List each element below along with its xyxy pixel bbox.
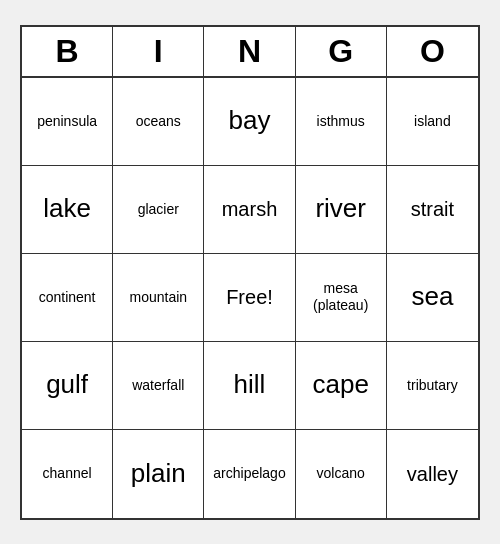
cell-text: sea — [411, 281, 453, 312]
cell-text: glacier — [138, 201, 179, 218]
bingo-card: BINGO peninsulaoceansbayisthmusislandlak… — [20, 25, 480, 520]
bingo-header: BINGO — [22, 27, 478, 78]
bingo-cell: glacier — [113, 166, 204, 254]
header-letter: I — [113, 27, 204, 76]
cell-text: plain — [131, 458, 186, 489]
bingo-cell: channel — [22, 430, 113, 518]
bingo-cell: mountain — [113, 254, 204, 342]
bingo-cell: mesa(plateau) — [296, 254, 387, 342]
bingo-cell: river — [296, 166, 387, 254]
bingo-cell: oceans — [113, 78, 204, 166]
cell-text: cape — [313, 369, 369, 400]
bingo-cell: gulf — [22, 342, 113, 430]
header-letter: O — [387, 27, 478, 76]
cell-text: island — [414, 113, 451, 130]
cell-text: tributary — [407, 377, 458, 394]
cell-text: strait — [411, 197, 454, 221]
cell-text: gulf — [46, 369, 88, 400]
cell-text: bay — [229, 105, 271, 136]
cell-text: continent — [39, 289, 96, 306]
bingo-cell: peninsula — [22, 78, 113, 166]
bingo-grid: peninsulaoceansbayisthmusislandlakeglaci… — [22, 78, 478, 518]
cell-text: river — [315, 193, 366, 224]
header-letter: G — [296, 27, 387, 76]
cell-text: archipelago — [213, 465, 285, 482]
bingo-cell: sea — [387, 254, 478, 342]
cell-text: mountain — [129, 289, 187, 306]
bingo-cell: island — [387, 78, 478, 166]
bingo-cell: valley — [387, 430, 478, 518]
cell-text: volcano — [317, 465, 365, 482]
bingo-cell: continent — [22, 254, 113, 342]
bingo-cell: hill — [204, 342, 295, 430]
cell-text: channel — [43, 465, 92, 482]
cell-text: mesa(plateau) — [313, 280, 368, 314]
bingo-cell: plain — [113, 430, 204, 518]
bingo-cell: marsh — [204, 166, 295, 254]
header-letter: B — [22, 27, 113, 76]
cell-text: oceans — [136, 113, 181, 130]
bingo-cell: volcano — [296, 430, 387, 518]
cell-text: Free! — [226, 285, 273, 309]
bingo-cell: Free! — [204, 254, 295, 342]
bingo-cell: lake — [22, 166, 113, 254]
bingo-cell: strait — [387, 166, 478, 254]
cell-text: hill — [234, 369, 266, 400]
cell-text: peninsula — [37, 113, 97, 130]
bingo-cell: waterfall — [113, 342, 204, 430]
cell-text: marsh — [222, 197, 278, 221]
bingo-cell: bay — [204, 78, 295, 166]
bingo-cell: isthmus — [296, 78, 387, 166]
bingo-cell: archipelago — [204, 430, 295, 518]
cell-text: valley — [407, 462, 458, 486]
cell-text: waterfall — [132, 377, 184, 394]
header-letter: N — [204, 27, 295, 76]
bingo-cell: cape — [296, 342, 387, 430]
cell-text: lake — [43, 193, 91, 224]
bingo-cell: tributary — [387, 342, 478, 430]
cell-text: isthmus — [317, 113, 365, 130]
